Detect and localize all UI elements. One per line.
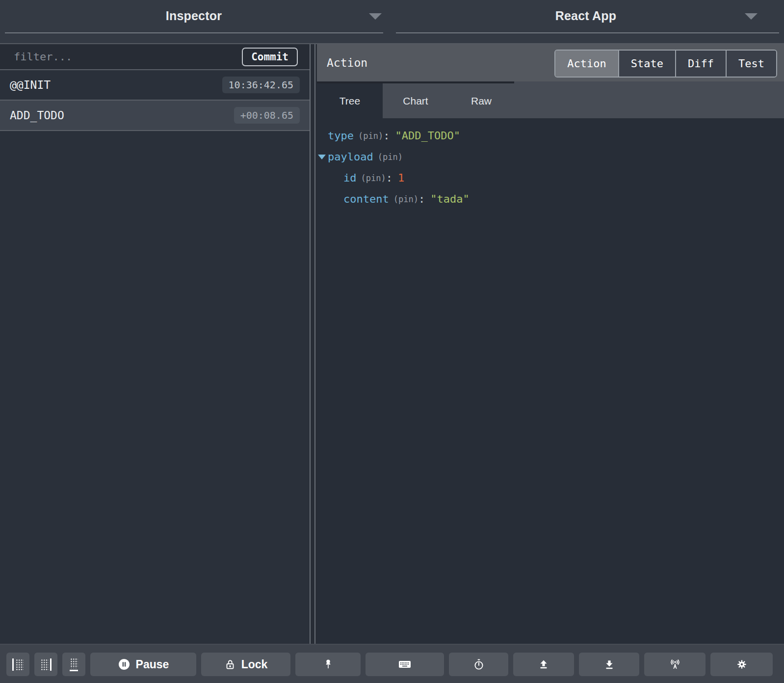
subtab-filler [514,81,784,118]
download-button[interactable] [579,653,639,676]
action-list-item[interactable]: @@INIT 10:36:42.65 [0,70,310,101]
tree-key: payload [328,151,373,163]
colon: : [386,172,392,184]
chevron-down-icon [369,13,382,20]
broadcast-antenna-icon [669,658,681,670]
monitor-dropdown[interactable]: Inspector [0,0,388,43]
redux-devtools-window: Inspector React App Commit @@INIT 10:36:… [0,0,784,683]
stopwatch-icon [473,658,485,670]
tab-test[interactable]: Test [726,51,776,77]
action-timestamp-badge: +00:08.65 [234,107,300,124]
filter-input[interactable] [0,44,242,69]
pause-button[interactable]: Pause [90,653,196,676]
settings-button[interactable] [710,653,773,676]
upload-button[interactable] [513,653,574,676]
subtab-tree[interactable]: Tree [317,83,383,118]
commit-button[interactable]: Commit [242,48,298,66]
view-mode-tabs: Tree Chart Raw [317,81,784,118]
panel-resize-handle[interactable] [310,44,317,644]
action-list-item-selected[interactable]: ADD_TODO +00:08.65 [0,101,310,131]
pause-icon [118,658,131,671]
pin-label[interactable]: (pin) [393,194,418,204]
dock-to-right-button[interactable] [34,653,57,676]
dock-to-right-icon [40,658,52,671]
action-timestamp-badge: 10:36:42.65 [222,77,300,93]
colon: : [418,193,425,205]
broadcast-button[interactable] [644,653,706,676]
detail-header-title: Action [317,56,367,69]
pause-button-label: Pause [136,658,169,671]
dropdown-underline [5,32,383,33]
inspector-detail-panel: Action Action State Diff Test Tree Chart… [317,44,784,644]
stopwatch-button[interactable] [449,653,508,676]
tree-key: id [343,172,357,184]
tree-key: content [343,193,389,205]
action-list-empty-space [0,131,310,644]
dock-to-left-icon [12,658,24,671]
settings-gear-icon [736,658,748,670]
subtab-raw[interactable]: Raw [448,83,514,118]
dock-to-left-button[interactable] [6,653,29,676]
collapse-arrow-icon[interactable] [318,155,326,159]
download-icon [603,658,615,670]
tree-key: type [328,130,354,142]
detail-header: Action Action State Diff Test [317,44,784,81]
tree-value: 1 [398,172,404,184]
lock-icon [224,658,236,670]
json-tree-view: type(pin):"ADD_TODO" payload(pin) id(pin… [317,118,784,644]
instance-dropdown[interactable]: React App [388,0,784,43]
pin-label[interactable]: (pin) [378,152,403,162]
upload-icon [538,658,549,670]
action-list-panel: Commit @@INIT 10:36:42.65 ADD_TODO +00:0… [0,44,310,644]
dock-to-bottom-button[interactable] [62,653,85,676]
instance-dropdown-label: React App [555,9,617,23]
lock-button-label: Lock [241,658,268,671]
tree-row-id[interactable]: id(pin):1 [317,167,784,188]
tab-diff[interactable]: Diff [675,51,726,77]
pin-button[interactable] [295,653,361,676]
chevron-down-icon [745,13,758,20]
tree-value: "ADD_TODO" [395,130,460,142]
pin-icon [322,658,334,670]
filter-row: Commit [0,44,310,70]
dock-to-bottom-icon [70,657,78,671]
subtab-chart[interactable]: Chart [383,83,448,118]
dropdown-underline [396,32,779,33]
main-area: Commit @@INIT 10:36:42.65 ADD_TODO +00:0… [0,43,784,644]
tab-action[interactable]: Action [555,51,618,77]
bottom-toolbar: Pause Lock [0,644,784,683]
action-name: @@INIT [10,79,51,91]
lock-button[interactable]: Lock [201,653,290,676]
colon: : [383,130,390,142]
action-name: ADD_TODO [10,109,64,122]
pin-label[interactable]: (pin) [358,131,383,141]
view-mode-tab-list: Tree Chart Raw [317,81,514,118]
tree-row-payload[interactable]: payload(pin) [317,146,784,167]
monitor-dropdown-label: Inspector [166,9,222,23]
detail-tab-group: Action State Diff Test [554,50,777,78]
top-bar: Inspector React App [0,0,784,43]
keyboard-button[interactable] [366,653,444,676]
keyboard-icon [398,659,411,669]
tree-row-type[interactable]: type(pin):"ADD_TODO" [317,125,784,146]
pin-label[interactable]: (pin) [361,173,386,183]
tab-state[interactable]: State [618,51,675,77]
tree-row-content[interactable]: content(pin):"tada" [317,188,784,210]
tree-value: "tada" [430,193,469,205]
